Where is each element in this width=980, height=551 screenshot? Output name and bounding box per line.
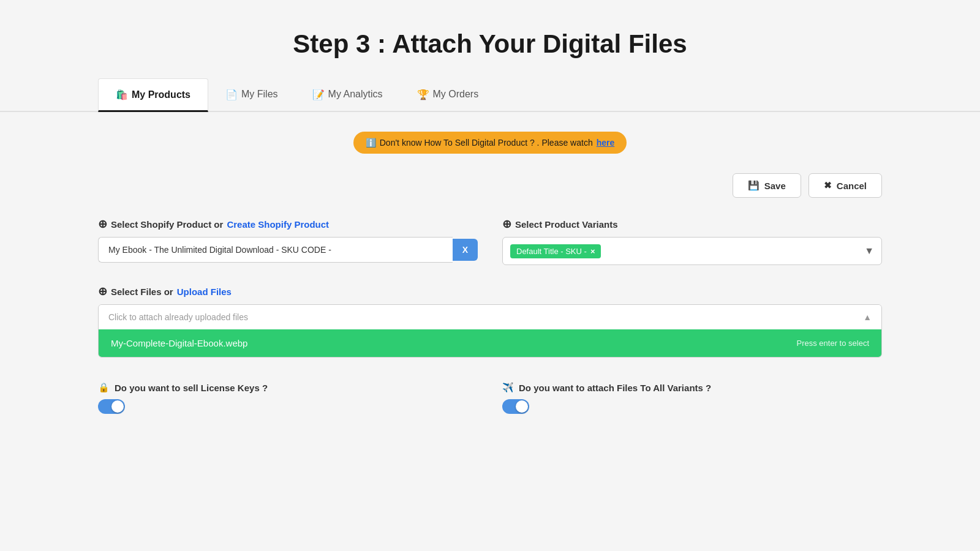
info-icon: ℹ️: [366, 138, 376, 148]
license-toggle-switch[interactable]: [98, 399, 125, 414]
variant-select[interactable]: Default Title - SKU - × ▼: [502, 237, 882, 265]
cancel-icon: ✖: [824, 180, 832, 191]
files-label: ⊕ Select Files or Upload Files: [98, 285, 882, 298]
save-button[interactable]: 💾 Save: [733, 173, 801, 198]
banner-text: Don't know How To Sell Digital Product ?…: [380, 138, 593, 148]
variants-toggle-group: ✈️ Do you want to attach Files To All Va…: [502, 382, 882, 416]
info-banner-inner: ℹ️ Don't know How To Sell Digital Produc…: [353, 132, 627, 154]
files-group: ⊕ Select Files or Upload Files Click to …: [98, 285, 882, 358]
chevron-down-icon: ▼: [864, 246, 874, 257]
product-input[interactable]: [98, 237, 453, 263]
tab-my-orders-label: My Orders: [433, 89, 479, 100]
product-label: ⊕ Select Shopify Product or Create Shopi…: [98, 217, 478, 231]
file-select-header[interactable]: Click to attach already uploaded files ▲: [99, 305, 881, 329]
press-enter-hint: Press enter to select: [797, 339, 870, 348]
plus-icon-2: ⊕: [502, 217, 511, 231]
license-toggle-label: 🔒 Do you want to sell License Keys ?: [98, 382, 478, 393]
variant-label: ⊕ Select Product Variants: [502, 217, 882, 231]
lock-icon: 🔒: [98, 382, 110, 393]
save-icon: 💾: [748, 180, 760, 191]
product-row: ⊕ Select Shopify Product or Create Shopi…: [98, 217, 882, 265]
tab-my-products-label: My Products: [132, 89, 190, 100]
file-select-placeholder: Click to attach already uploaded files: [108, 312, 248, 322]
variant-tag-remove[interactable]: ×: [590, 247, 595, 256]
create-product-link[interactable]: Create Shopify Product: [227, 219, 329, 230]
send-icon: ✈️: [502, 382, 514, 393]
variants-toggle-switch[interactable]: [502, 399, 529, 414]
plus-icon: ⊕: [98, 217, 107, 231]
tab-my-orders-emoji: 🏆: [417, 89, 429, 100]
save-label: Save: [764, 181, 786, 191]
file-option-name: My-Complete-Digital-Ebook.webp: [111, 338, 247, 348]
files-row: ⊕ Select Files or Upload Files Click to …: [98, 285, 882, 358]
product-label-text: Select Shopify Product or: [111, 219, 223, 230]
tab-my-analytics-label: My Analytics: [328, 89, 383, 100]
tab-my-analytics-emoji: 📝: [312, 89, 325, 100]
form-section: ⊕ Select Shopify Product or Create Shopi…: [98, 217, 882, 416]
page-title: Step 3 : Attach Your Digital Files: [0, 29, 980, 59]
files-label-text: Select Files or: [111, 287, 173, 297]
info-banner: ℹ️ Don't know How To Sell Digital Produc…: [98, 132, 882, 154]
tab-my-orders[interactable]: 🏆 My Orders: [400, 78, 496, 112]
tabs: 🛍️ My Products 📄 My Files 📝 My Analytics…: [98, 78, 882, 111]
product-input-row: X: [98, 237, 478, 263]
banner-link[interactable]: here: [597, 138, 615, 148]
product-clear-button[interactable]: X: [453, 239, 478, 261]
page-header: Step 3 : Attach Your Digital Files: [0, 0, 980, 78]
variants-toggle-label: ✈️ Do you want to attach Files To All Va…: [502, 382, 882, 393]
tab-my-products[interactable]: 🛍️ My Products: [98, 78, 208, 112]
cancel-label: Cancel: [837, 181, 867, 191]
file-select-container: Click to attach already uploaded files ▲…: [98, 304, 882, 358]
upload-files-link[interactable]: Upload Files: [177, 287, 232, 297]
toggle-row: 🔒 Do you want to sell License Keys ? ✈️ …: [98, 382, 882, 416]
tab-my-analytics[interactable]: 📝 My Analytics: [295, 78, 400, 112]
cancel-button[interactable]: ✖ Cancel: [809, 173, 882, 198]
variant-group: ⊕ Select Product Variants Default Title …: [502, 217, 882, 265]
license-label-text: Do you want to sell License Keys ?: [115, 383, 268, 393]
action-bar: 💾 Save ✖ Cancel: [98, 173, 882, 198]
variant-label-text: Select Product Variants: [515, 219, 618, 230]
variant-tag: Default Title - SKU - ×: [510, 244, 601, 258]
tab-my-products-emoji: 🛍️: [116, 89, 128, 100]
main-content: ℹ️ Don't know How To Sell Digital Produc…: [0, 112, 980, 436]
variant-tag-text: Default Title - SKU -: [516, 247, 587, 256]
license-toggle-group: 🔒 Do you want to sell License Keys ?: [98, 382, 478, 416]
product-group: ⊕ Select Shopify Product or Create Shopi…: [98, 217, 478, 263]
plus-icon-3: ⊕: [98, 285, 107, 298]
tab-my-files-emoji: 📄: [225, 89, 238, 100]
file-option[interactable]: My-Complete-Digital-Ebook.webp Press ent…: [99, 329, 881, 357]
tabs-container: 🛍️ My Products 📄 My Files 📝 My Analytics…: [0, 78, 980, 112]
chevron-up-icon: ▲: [863, 312, 872, 322]
variants-label-text: Do you want to attach Files To All Varia…: [519, 383, 711, 393]
tab-my-files-label: My Files: [241, 89, 278, 100]
tab-my-files[interactable]: 📄 My Files: [208, 78, 295, 112]
